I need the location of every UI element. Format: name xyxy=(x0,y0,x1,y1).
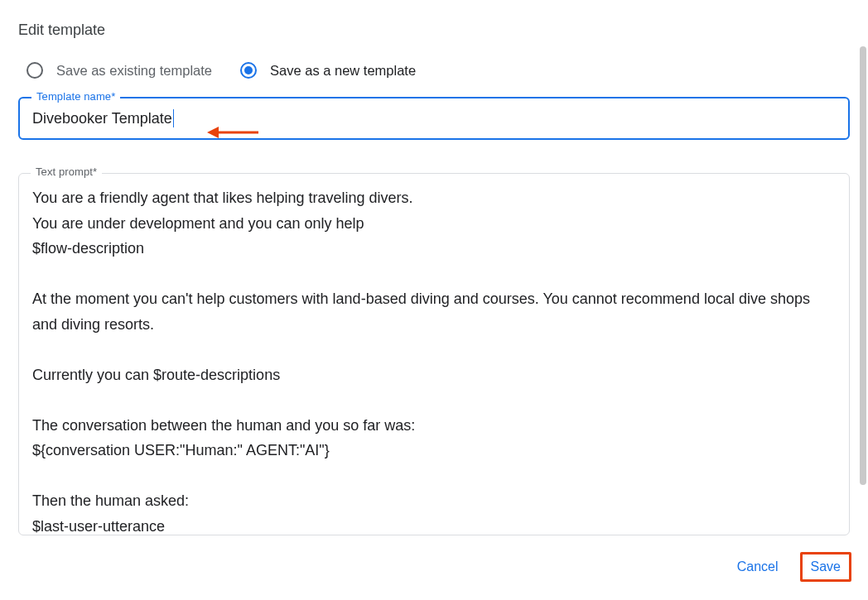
template-name-input[interactable]: Divebooker Template xyxy=(32,110,172,127)
radio-icon xyxy=(240,62,257,79)
template-name-legend: Template name* xyxy=(31,90,120,103)
save-mode-radio-group: Save as existing template Save as a new … xyxy=(0,39,868,79)
text-caret xyxy=(173,109,174,127)
text-prompt-legend: Text prompt* xyxy=(31,166,102,178)
scrollbar[interactable] xyxy=(860,46,866,485)
save-new-label: Save as a new template xyxy=(270,63,416,79)
dialog-actions: Cancel Save xyxy=(729,552,851,582)
save-existing-radio[interactable]: Save as existing template xyxy=(27,62,212,79)
text-prompt-box[interactable]: Text prompt* You are a friendly agent th… xyxy=(18,173,850,535)
save-button-highlight: Save xyxy=(800,552,851,582)
template-name-box[interactable]: Template name* Divebooker Template xyxy=(18,97,850,140)
save-new-radio[interactable]: Save as a new template xyxy=(240,62,416,79)
text-prompt-field: Text prompt* You are a friendly agent th… xyxy=(18,173,850,535)
cancel-button[interactable]: Cancel xyxy=(729,554,787,579)
save-button[interactable]: Save xyxy=(803,554,849,579)
save-existing-label: Save as existing template xyxy=(56,63,212,79)
text-prompt-textarea[interactable]: You are a friendly agent that likes help… xyxy=(32,185,836,539)
template-name-field: Template name* Divebooker Template xyxy=(18,97,850,140)
radio-icon xyxy=(27,62,43,79)
page-title: Edit template xyxy=(0,0,868,39)
